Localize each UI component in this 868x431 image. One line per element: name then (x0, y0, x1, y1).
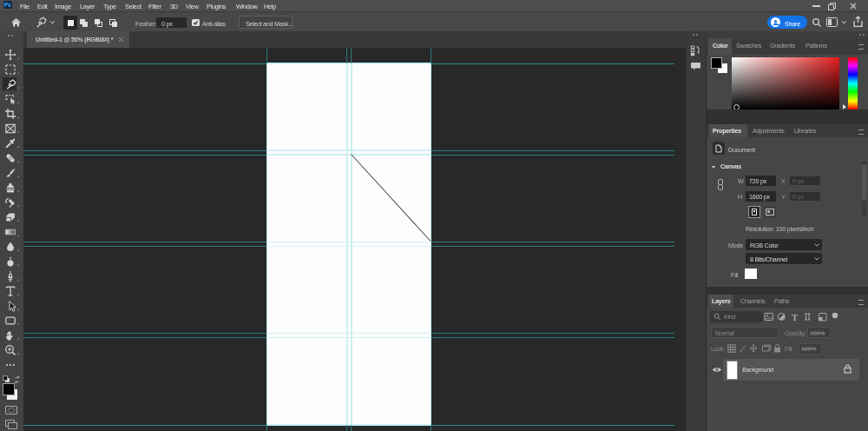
svg-text:T: T (792, 313, 798, 322)
